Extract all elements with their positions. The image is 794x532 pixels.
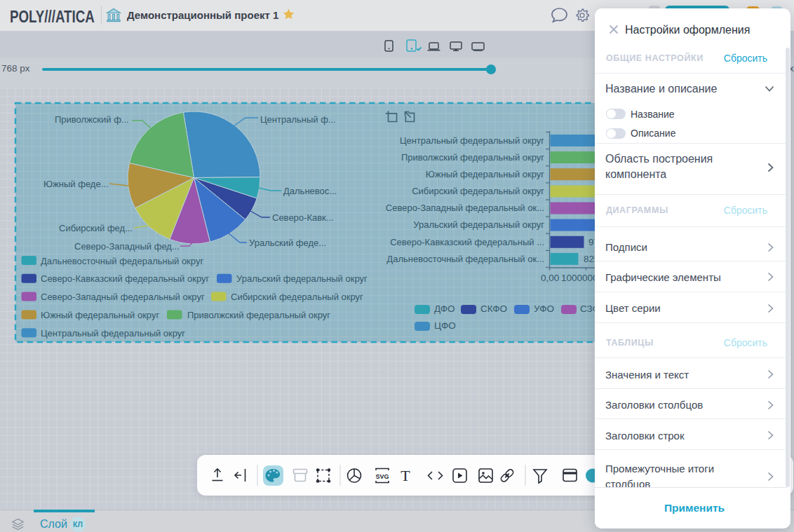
svg-text:SVG: SVG xyxy=(375,473,389,480)
svg-text:T: T xyxy=(401,467,410,484)
